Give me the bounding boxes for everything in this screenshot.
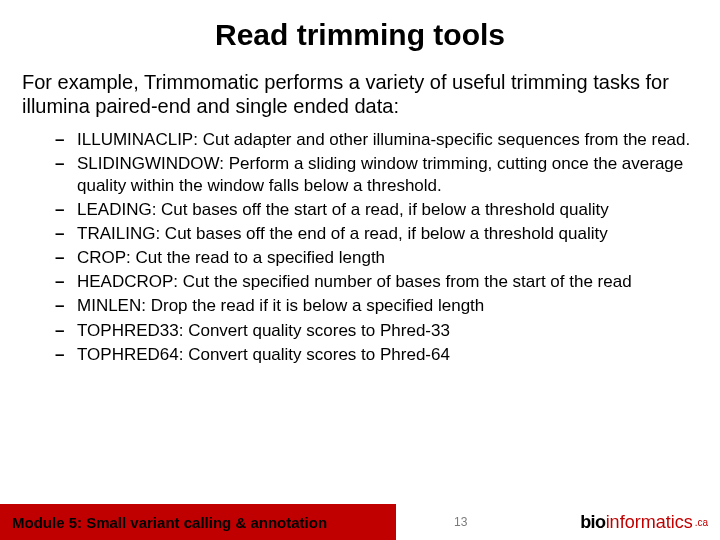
bullet-list: ILLUMINACLIP: Cut adapter and other illu… [0, 119, 720, 366]
bullet-desc: Cut the specified number of bases from t… [178, 272, 632, 291]
bullet-term: LEADING: [77, 200, 156, 219]
bullet-desc: Cut bases off the end of a read, if belo… [160, 224, 608, 243]
bullet-item: LEADING: Cut bases off the start of a re… [55, 199, 700, 221]
bullet-desc: Cut adapter and other illumina-specific … [198, 130, 690, 149]
brand-bio: bio [580, 512, 606, 533]
bullet-item: SLIDINGWINDOW: Perform a sliding window … [55, 153, 700, 197]
intro-paragraph: For example, Trimmomatic performs a vari… [0, 52, 720, 119]
slide: Read trimming tools For example, Trimmom… [0, 0, 720, 540]
bullet-item: TRAILING: Cut bases off the end of a rea… [55, 223, 700, 245]
brand-informatics: informatics [606, 512, 693, 533]
footer-brand: bioinformatics.ca [526, 504, 720, 540]
footer-page-number: 13 [396, 504, 526, 540]
bullet-term: HEADCROP: [77, 272, 178, 291]
bullet-term: TOPHRED33: [77, 321, 183, 340]
bullet-term: TOPHRED64: [77, 345, 183, 364]
bullet-term: MINLEN: [77, 296, 146, 315]
footer-module: Module 5: Small variant calling & annota… [0, 504, 396, 540]
bullet-item: ILLUMINACLIP: Cut adapter and other illu… [55, 129, 700, 151]
bullet-item: CROP: Cut the read to a specified length [55, 247, 700, 269]
bullet-item: TOPHRED64: Convert quality scores to Phr… [55, 344, 700, 366]
bullet-item: TOPHRED33: Convert quality scores to Phr… [55, 320, 700, 342]
brand-ca: .ca [695, 517, 708, 528]
bullet-desc: Cut the read to a specified length [131, 248, 385, 267]
slide-title: Read trimming tools [0, 0, 720, 52]
bullet-term: SLIDINGWINDOW: [77, 154, 224, 173]
bullet-item: HEADCROP: Cut the specified number of ba… [55, 271, 700, 293]
bullet-item: MINLEN: Drop the read if it is below a s… [55, 295, 700, 317]
bullet-desc: Convert quality scores to Phred-33 [183, 321, 449, 340]
bullet-desc: Convert quality scores to Phred-64 [183, 345, 449, 364]
bullet-desc: Cut bases off the start of a read, if be… [156, 200, 608, 219]
bullet-term: TRAILING: [77, 224, 160, 243]
footer: Module 5: Small variant calling & annota… [0, 504, 720, 540]
bullet-term: ILLUMINACLIP: [77, 130, 198, 149]
bullet-desc: Drop the read if it is below a specified… [146, 296, 484, 315]
bullet-term: CROP: [77, 248, 131, 267]
